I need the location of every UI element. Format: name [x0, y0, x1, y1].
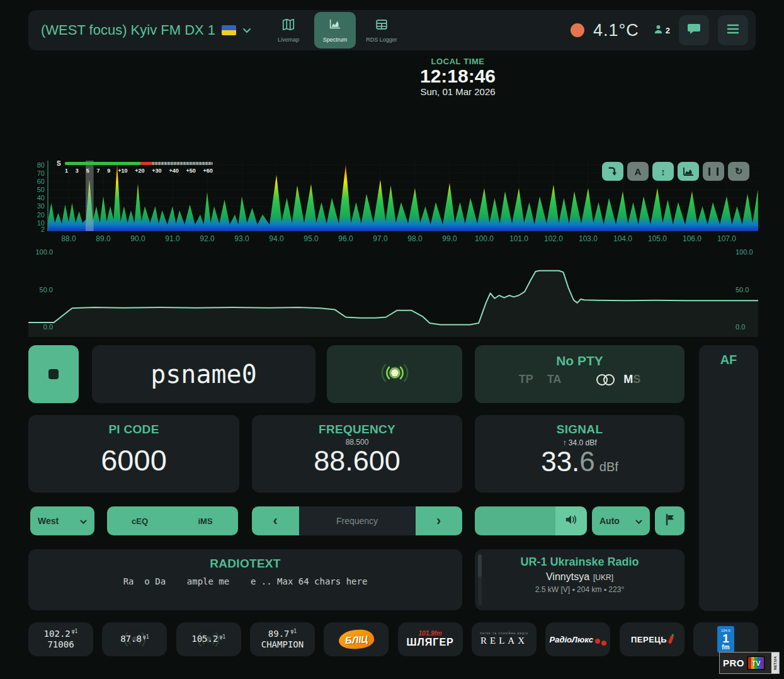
signal-unit: dBf — [599, 460, 618, 474]
nav-spectrum-label: Spectrum — [323, 37, 348, 43]
spectrum-chart-icon — [328, 18, 342, 34]
menu-button[interactable] — [718, 15, 748, 45]
eq-ims-toggle: cEQ iMS — [107, 506, 238, 535]
auto-mode-button[interactable]: A — [627, 162, 649, 181]
s-meter-red-segment — [140, 162, 152, 165]
scan-mode-value: Auto — [599, 516, 620, 526]
station-presets-row: 102.2ψ17100687.8ψ1105.2ψ189.7ψ1CHAMPIONБ… — [28, 622, 758, 656]
ceq-button[interactable]: cEQ — [107, 506, 173, 535]
pi-code-label: PI CODE — [28, 415, 239, 437]
flag-icon — [664, 513, 676, 528]
tune-down-button[interactable]: ‹ — [252, 506, 299, 535]
preset-tile[interactable]: 101.9fmШЛЯГЕР — [398, 622, 463, 656]
svg-text:30: 30 — [37, 202, 45, 210]
preset-frequency: 102.2ψ1 — [44, 629, 78, 640]
svg-text:103.0: 103.0 — [579, 234, 598, 243]
report-flag-button[interactable] — [655, 506, 685, 535]
s-meter: S 13579+10+20+30+40+50+60 — [57, 160, 213, 174]
pty-value: No PTY — [475, 353, 685, 368]
svg-text:90.0: 90.0 — [130, 234, 145, 243]
fm-dx-webserver-page: (WEST focus) Kyiv FM DX 1 Livemap Spectr… — [0, 0, 784, 679]
preset-frequency: 105.2ψ1 — [191, 634, 225, 645]
svg-text:95.0: 95.0 — [304, 234, 319, 243]
nav-spectrum-button[interactable]: Spectrum — [314, 12, 356, 48]
pepper-icon — [668, 635, 674, 644]
preset-frequency: 89.7ψ1 — [268, 629, 297, 640]
volume-slider[interactable] — [475, 506, 587, 535]
ims-button[interactable]: iMS — [173, 506, 238, 535]
pi-code-panel: PI CODE 6000 — [28, 415, 239, 493]
signal-label: SIGNAL — [475, 415, 685, 437]
preset-tile[interactable]: 105.2ψ1 — [176, 622, 241, 656]
s-meter-green-segment — [65, 162, 140, 165]
down-arrow-icon — [607, 166, 618, 177]
ta-flag: TA — [547, 373, 562, 386]
preset-tile[interactable]: 89.7ψ1CHAMPION — [250, 622, 315, 656]
preset-tile[interactable]: РадіоЛюкс — [545, 622, 610, 656]
pause-button[interactable] — [703, 162, 724, 181]
svg-text:99.0: 99.0 — [442, 234, 457, 243]
scan-mode-select[interactable]: Auto — [592, 506, 650, 535]
antenna-badge: ψ1 — [219, 634, 225, 640]
listener-count: 2 — [666, 26, 670, 35]
top-bar: (WEST focus) Kyiv FM DX 1 Livemap Spectr… — [28, 10, 756, 50]
transmitter-location: Vinnytsya[UKR] — [475, 571, 685, 583]
preset-tile[interactable]: 102.2ψ171006 — [28, 622, 93, 656]
nav-livemap-button[interactable]: Livemap — [268, 12, 309, 48]
graph-style-button[interactable] — [678, 162, 699, 181]
pty-panel: No PTY TP TA MS — [475, 345, 685, 403]
s-meter-tick-label: 1 — [65, 168, 68, 174]
radiotext-label: RADIOTEXT — [28, 549, 462, 571]
volume-thumb[interactable] — [555, 506, 587, 535]
svg-text:89.0: 89.0 — [96, 234, 111, 243]
ps-name-panel: psname0 — [92, 345, 315, 403]
pi-code-value: 6000 — [28, 443, 239, 477]
svg-text:100.0: 100.0 — [475, 234, 494, 243]
s-meter-scale-labels: 13579+10+20+30+40+50+60 — [57, 168, 213, 174]
af-panel: AF — [699, 345, 758, 611]
signal-decimal: 6 — [579, 446, 594, 477]
chevron-down-icon — [242, 25, 251, 36]
refresh-button[interactable]: ↻ — [728, 162, 749, 181]
vertical-scale-button[interactable]: ↕ — [652, 162, 674, 181]
frequency-tuner: ‹ › — [252, 506, 462, 535]
1fm-logo: 104.61fm — [717, 626, 734, 653]
svg-text:2: 2 — [41, 225, 45, 233]
record-stop-button[interactable] — [28, 345, 79, 403]
antenna-select-value: West — [38, 516, 59, 526]
s-meter-track — [152, 162, 213, 165]
preset-tile[interactable]: ПЕРЕЦЬ — [620, 622, 685, 656]
chat-button[interactable] — [679, 15, 709, 45]
svg-text:92.0: 92.0 — [200, 234, 215, 243]
scroll-down-button[interactable] — [602, 162, 623, 181]
shlyager-logo: ШЛЯГЕР — [407, 637, 454, 648]
listeners: 2 — [653, 24, 670, 37]
tp-flag: TP — [519, 373, 533, 386]
pause-icon — [708, 168, 719, 176]
stop-icon — [48, 369, 59, 379]
svg-text:101.0: 101.0 — [509, 234, 528, 243]
preset-tile[interactable]: 104.61fm — [693, 622, 758, 656]
antenna-select[interactable]: West — [30, 506, 94, 535]
chat-icon — [686, 21, 702, 39]
scrollbar[interactable] — [478, 554, 482, 605]
nav-rds-logger-button[interactable]: RDS Logger — [361, 12, 402, 48]
signal-value: 33. — [541, 446, 579, 477]
radiotext-value: Ra o Da ample me e .. Max 64 chars here — [28, 576, 462, 586]
preset-ps: 71006 — [47, 639, 74, 651]
tune-up-button[interactable]: › — [416, 506, 463, 535]
preset-tile[interactable]: легке та спокійне радіоRELAX — [472, 622, 537, 656]
svg-text:0.0: 0.0 — [43, 323, 53, 331]
svg-text:50.0: 50.0 — [40, 286, 53, 294]
preset-tile[interactable]: БЛІЦ — [324, 622, 389, 656]
svg-text:104.0: 104.0 — [613, 234, 632, 243]
preset-frequency: 87.8ψ1 — [120, 634, 149, 645]
s-meter-tick-label: +10 — [118, 168, 127, 174]
preset-tile[interactable]: 87.8ψ1 — [102, 622, 167, 656]
svg-text:102.0: 102.0 — [544, 234, 563, 243]
station-selector[interactable]: (WEST focus) Kyiv FM DX 1 — [41, 22, 251, 38]
protv-pro-text: PRO — [723, 658, 744, 668]
af-label: AF — [699, 345, 758, 367]
svg-text:50.0: 50.0 — [736, 286, 749, 294]
frequency-input[interactable] — [299, 506, 416, 535]
